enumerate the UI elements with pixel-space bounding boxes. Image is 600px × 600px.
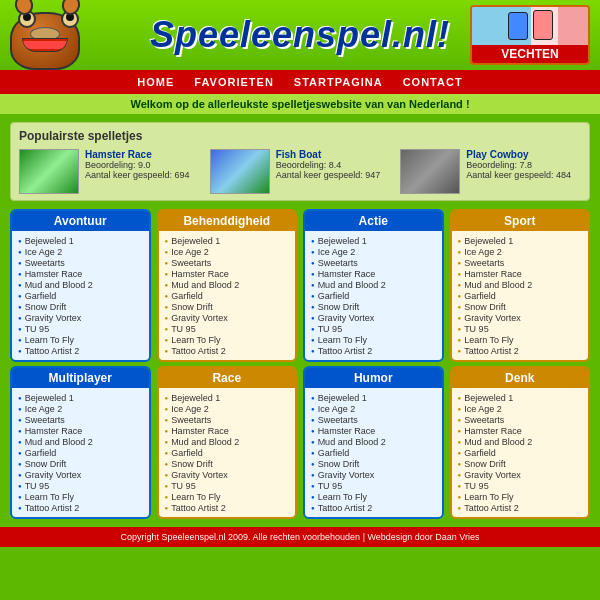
list-item[interactable]: Gravity Vortex	[18, 469, 143, 480]
list-item[interactable]: Gravity Vortex	[311, 312, 436, 323]
list-item[interactable]: Mud and Blood 2	[18, 279, 143, 290]
list-item[interactable]: Sweetarts	[18, 414, 143, 425]
list-item[interactable]: Ice Age 2	[165, 246, 290, 257]
list-item[interactable]: Hamster Race	[311, 268, 436, 279]
list-item[interactable]: Hamster Race	[165, 425, 290, 436]
list-item[interactable]: Learn To Fly	[458, 334, 583, 345]
list-item[interactable]: Bejeweled 1	[458, 235, 583, 246]
list-item[interactable]: Garfield	[18, 290, 143, 301]
list-item[interactable]: Gravity Vortex	[18, 312, 143, 323]
list-item[interactable]: Tattoo Artist 2	[458, 345, 583, 356]
list-item[interactable]: Garfield	[311, 447, 436, 458]
list-item[interactable]: Snow Drift	[165, 458, 290, 469]
list-item[interactable]: Learn To Fly	[18, 491, 143, 502]
list-item[interactable]: Snow Drift	[311, 458, 436, 469]
list-item[interactable]: Learn To Fly	[165, 491, 290, 502]
list-item[interactable]: Tattoo Artist 2	[165, 345, 290, 356]
nav-home[interactable]: HOME	[137, 76, 174, 88]
list-item[interactable]: Ice Age 2	[18, 403, 143, 414]
list-item[interactable]: TU 95	[165, 480, 290, 491]
game-title-1: Hamster Race	[85, 149, 190, 160]
cat-list-race: Bejeweled 1Ice Age 2SweetartsHamster Rac…	[165, 392, 290, 513]
list-item[interactable]: Garfield	[165, 290, 290, 301]
popular-game-3[interactable]: Play Cowboy Beoordeling: 7.8 Aantal keer…	[400, 149, 581, 194]
list-item[interactable]: Tattoo Artist 2	[18, 345, 143, 356]
game-banner-label[interactable]: VECHTEN	[472, 45, 588, 63]
nav-startpagina[interactable]: STARTPAGINA	[294, 76, 383, 88]
list-item[interactable]: TU 95	[458, 480, 583, 491]
list-item[interactable]: Bejeweled 1	[311, 235, 436, 246]
list-item[interactable]: Bejeweled 1	[18, 392, 143, 403]
list-item[interactable]: Hamster Race	[311, 425, 436, 436]
list-item[interactable]: Snow Drift	[18, 458, 143, 469]
game-banner[interactable]: VECHTEN	[470, 5, 590, 65]
list-item[interactable]: Mud and Blood 2	[458, 436, 583, 447]
list-item[interactable]: Learn To Fly	[18, 334, 143, 345]
list-item[interactable]: Bejeweled 1	[165, 235, 290, 246]
popular-game-1[interactable]: Hamster Race Beoordeling: 9.0 Aantal kee…	[19, 149, 200, 194]
list-item[interactable]: Mud and Blood 2	[165, 436, 290, 447]
list-item[interactable]: Sweetarts	[165, 414, 290, 425]
list-item[interactable]: Garfield	[458, 447, 583, 458]
list-item[interactable]: Learn To Fly	[311, 334, 436, 345]
list-item[interactable]: Tattoo Artist 2	[311, 502, 436, 513]
list-item[interactable]: TU 95	[311, 480, 436, 491]
list-item[interactable]: TU 95	[165, 323, 290, 334]
list-item[interactable]: Mud and Blood 2	[165, 279, 290, 290]
list-item[interactable]: Mud and Blood 2	[18, 436, 143, 447]
list-item[interactable]: Tattoo Artist 2	[18, 502, 143, 513]
list-item[interactable]: Gravity Vortex	[311, 469, 436, 480]
list-item[interactable]: Snow Drift	[311, 301, 436, 312]
list-item[interactable]: Sweetarts	[458, 414, 583, 425]
list-item[interactable]: Mud and Blood 2	[311, 436, 436, 447]
list-item[interactable]: Gravity Vortex	[165, 312, 290, 323]
popular-game-2[interactable]: Fish Boat Beoordeling: 8.4 Aantal keer g…	[210, 149, 391, 194]
list-item[interactable]: Hamster Race	[18, 425, 143, 436]
list-item[interactable]: Garfield	[311, 290, 436, 301]
list-item[interactable]: Sweetarts	[458, 257, 583, 268]
list-item[interactable]: Sweetarts	[311, 257, 436, 268]
list-item[interactable]: TU 95	[311, 323, 436, 334]
list-item[interactable]: Garfield	[18, 447, 143, 458]
list-item[interactable]: TU 95	[458, 323, 583, 334]
list-item[interactable]: Ice Age 2	[458, 403, 583, 414]
list-item[interactable]: Snow Drift	[458, 458, 583, 469]
list-item[interactable]: Ice Age 2	[458, 246, 583, 257]
list-item[interactable]: Gravity Vortex	[458, 469, 583, 480]
list-item[interactable]: Hamster Race	[18, 268, 143, 279]
list-item[interactable]: Mud and Blood 2	[311, 279, 436, 290]
list-item[interactable]: Ice Age 2	[18, 246, 143, 257]
list-item[interactable]: Garfield	[165, 447, 290, 458]
list-item[interactable]: Gravity Vortex	[458, 312, 583, 323]
list-item[interactable]: Tattoo Artist 2	[458, 502, 583, 513]
cat-header-multiplayer: Multiplayer	[12, 368, 149, 388]
list-item[interactable]: Learn To Fly	[458, 491, 583, 502]
list-item[interactable]: Ice Age 2	[311, 246, 436, 257]
list-item[interactable]: TU 95	[18, 480, 143, 491]
list-item[interactable]: Ice Age 2	[165, 403, 290, 414]
list-item[interactable]: Gravity Vortex	[165, 469, 290, 480]
list-item[interactable]: Learn To Fly	[311, 491, 436, 502]
nav-favorieten[interactable]: FAVORIETEN	[194, 76, 273, 88]
list-item[interactable]: Hamster Race	[165, 268, 290, 279]
list-item[interactable]: Learn To Fly	[165, 334, 290, 345]
list-item[interactable]: Mud and Blood 2	[458, 279, 583, 290]
list-item[interactable]: Bejeweled 1	[311, 392, 436, 403]
list-item[interactable]: Bejeweled 1	[458, 392, 583, 403]
list-item[interactable]: TU 95	[18, 323, 143, 334]
list-item[interactable]: Bejeweled 1	[18, 235, 143, 246]
list-item[interactable]: Hamster Race	[458, 425, 583, 436]
list-item[interactable]: Garfield	[458, 290, 583, 301]
list-item[interactable]: Bejeweled 1	[165, 392, 290, 403]
list-item[interactable]: Ice Age 2	[311, 403, 436, 414]
list-item[interactable]: Hamster Race	[458, 268, 583, 279]
list-item[interactable]: Tattoo Artist 2	[311, 345, 436, 356]
nav-contact[interactable]: CONTACT	[403, 76, 463, 88]
list-item[interactable]: Snow Drift	[165, 301, 290, 312]
list-item[interactable]: Sweetarts	[165, 257, 290, 268]
list-item[interactable]: Snow Drift	[458, 301, 583, 312]
list-item[interactable]: Sweetarts	[311, 414, 436, 425]
list-item[interactable]: Sweetarts	[18, 257, 143, 268]
list-item[interactable]: Tattoo Artist 2	[165, 502, 290, 513]
list-item[interactable]: Snow Drift	[18, 301, 143, 312]
